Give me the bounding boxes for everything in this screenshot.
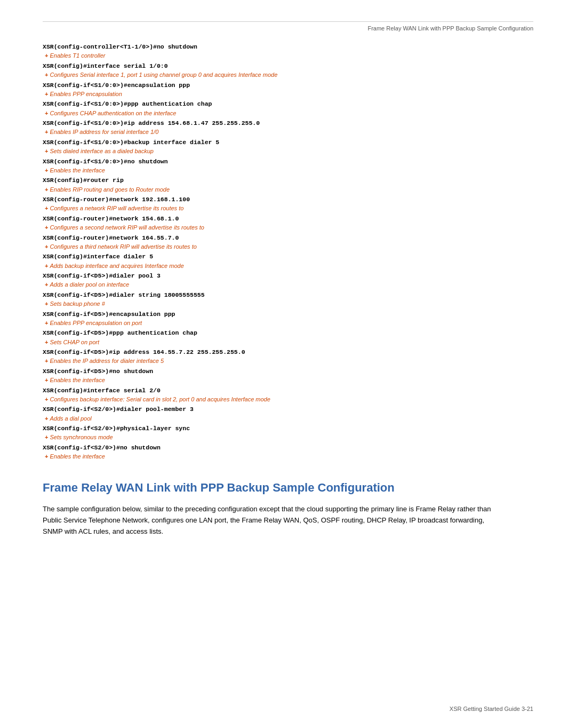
code-block: XSR(config-if<D5>)#ip address 164.55.7.2… <box>43 347 533 366</box>
code-block: XSR(config)#interface serial 1/0:0+ Conf… <box>43 61 533 80</box>
code-line: XSR(config-if<D5>)#encapsulation ppp <box>43 310 533 319</box>
code-block: XSR(config-if<S2/0>)#no shutdown+ Enable… <box>43 443 533 461</box>
code-block: XSR(config-if<S2/0>)#dialer pool-member … <box>43 405 533 423</box>
code-line: XSR(config-if<S1/0:0>)#backup interface … <box>43 138 533 147</box>
comment-line: + Enables IP address for serial interfac… <box>43 128 533 137</box>
comment-line: + Adds backup interface and acquires Int… <box>43 262 533 271</box>
code-block: XSR(config-if<D5>)#no shutdown+ Enables … <box>43 367 533 385</box>
comment-line: + Sets dialed interface as a dialed back… <box>43 147 533 156</box>
comment-line: + Sets CHAP on port <box>43 338 533 347</box>
code-line: XSR(config-router)#network 164.55.7.0 <box>43 233 533 242</box>
code-line: XSR(config-if<D5>)#no shutdown <box>43 367 533 376</box>
code-line: XSR(config-router)#network 192.168.1.100 <box>43 195 533 204</box>
code-line: XSR(config-if<S1/0:0>)#ip address 154.68… <box>43 118 533 128</box>
code-line: XSR(config-if<S2/0>)#no shutdown <box>43 443 533 452</box>
code-line: XSR(config-if<S2/0>)#physical-layer sync <box>43 424 533 433</box>
code-line: XSR(config-router)#network 154.68.1.0 <box>43 214 533 223</box>
code-line: XSR(config)#interface serial 2/0 <box>43 386 533 395</box>
comment-line: + Sets synchronous mode <box>43 433 533 442</box>
code-block: XSR(config-if<D5>)#dialer string 1800555… <box>43 290 533 308</box>
code-block: XSR(config-router)#network 154.68.1.0+ C… <box>43 214 533 232</box>
comment-line: + Enables the interface <box>43 452 533 461</box>
section-heading: Frame Relay WAN Link with PPP Backup Sam… <box>43 480 533 496</box>
comment-line: + Enables RIP routing and goes to Router… <box>43 185 533 194</box>
code-line: XSR(config-if<D5>)#dialer pool 3 <box>43 271 533 280</box>
code-block: XSR(config)#router rip+ Enables RIP rout… <box>43 176 533 194</box>
code-line: XSR(config)#router rip <box>43 176 533 185</box>
code-section: XSR(config-controller<T1-1/0>)#no shutdo… <box>43 42 533 461</box>
code-block: XSR(config-if<D5>)#ppp authentication ch… <box>43 328 533 346</box>
footer: XSR Getting Started Guide 3-21 <box>450 706 533 712</box>
comment-line: + Configures Serial interface 1, port 1 … <box>43 70 533 80</box>
code-line: XSR(config)#interface dialer 5 <box>43 252 533 261</box>
code-line: XSR(config-if<S1/0:0>)#no shutdown <box>43 157 533 166</box>
code-block: XSR(config-router)#network 164.55.7.0+ C… <box>43 233 533 251</box>
comment-line: + Enables PPP encapsulation <box>43 90 533 99</box>
comment-line: + Enables the IP address for dialer inte… <box>43 357 533 366</box>
comment-line: + Sets backup phone # <box>43 299 533 308</box>
code-block: XSR(config)#interface dialer 5+ Adds bac… <box>43 252 533 270</box>
comment-line: + Configures CHAP authentication on the … <box>43 109 533 118</box>
code-block: XSR(config-if<S1/0:0>)#no shutdown+ Enab… <box>43 157 533 175</box>
code-line: XSR(config-if<D5>)#dialer string 1800555… <box>43 290 533 299</box>
header-title: Frame Relay WAN Link with PPP Backup Sam… <box>43 25 533 31</box>
code-line: XSR(config-if<D5>)#ppp authentication ch… <box>43 328 533 337</box>
comment-line: + Enables T1 controller <box>43 51 533 60</box>
code-line: XSR(config)#interface serial 1/0:0 <box>43 61 533 70</box>
comment-line: + Adds a dial pool <box>43 414 533 423</box>
comment-line: + Configures a network RIP will advertis… <box>43 204 533 213</box>
comment-line: + Configures backup interface: Serial ca… <box>43 395 533 404</box>
code-block: XSR(config-if<S1/0:0>)#ppp authenticatio… <box>43 99 533 117</box>
code-line: XSR(config-if<D5>)#ip address 164.55.7.2… <box>43 347 533 357</box>
code-line: XSR(config-controller<T1-1/0>)#no shutdo… <box>43 42 533 51</box>
comment-line: + Adds a dialer pool on interface <box>43 280 533 289</box>
code-block: XSR(config-router)#network 192.168.1.100… <box>43 195 533 213</box>
section-body: The sample configuration below, similar … <box>43 504 501 537</box>
code-block: XSR(config-if<S1/0:0>)#ip address 154.68… <box>43 118 533 137</box>
code-block: XSR(config-if<D5>)#encapsulation ppp+ En… <box>43 310 533 328</box>
comment-line: + Enables PPP encapsulation on port <box>43 319 533 328</box>
code-line: XSR(config-if<S1/0:0>)#encapsulation ppp <box>43 81 533 90</box>
code-block: XSR(config-if<S1/0:0>)#backup interface … <box>43 138 533 156</box>
page-container: Frame Relay WAN Link with PPP Backup Sam… <box>0 0 576 728</box>
code-block: XSR(config-if<D5>)#dialer pool 3+ Adds a… <box>43 271 533 289</box>
comment-line: + Enables the interface <box>43 166 533 175</box>
header-rule <box>43 21 533 22</box>
code-block: XSR(config-if<S1/0:0>)#encapsulation ppp… <box>43 81 533 99</box>
code-block: XSR(config)#interface serial 2/0+ Config… <box>43 386 533 404</box>
code-block: XSR(config-controller<T1-1/0>)#no shutdo… <box>43 42 533 60</box>
code-block: XSR(config-if<S2/0>)#physical-layer sync… <box>43 424 533 442</box>
comment-line: + Configures a third network RIP will ad… <box>43 242 533 251</box>
comment-line: + Enables the interface <box>43 376 533 385</box>
comment-line: + Configures a second network RIP will a… <box>43 223 533 232</box>
code-line: XSR(config-if<S1/0:0>)#ppp authenticatio… <box>43 99 533 108</box>
code-line: XSR(config-if<S2/0>)#dialer pool-member … <box>43 405 533 414</box>
